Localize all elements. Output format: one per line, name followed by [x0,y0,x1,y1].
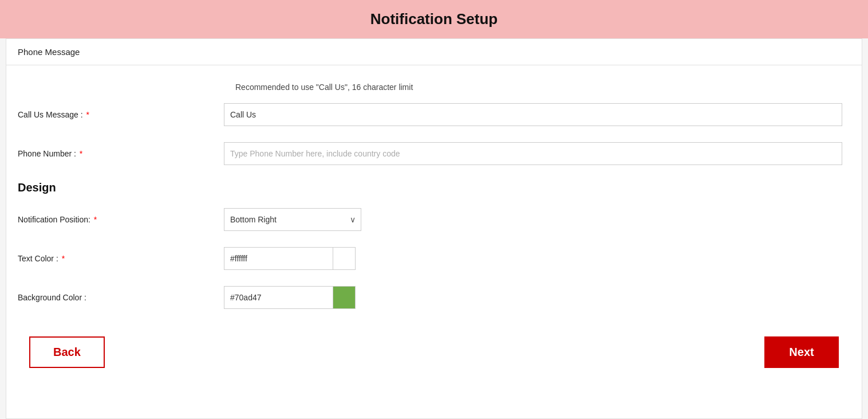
phone-required: * [80,149,82,158]
text-color-swatch[interactable] [333,247,356,270]
notification-position-select-wrapper: Bottom Right Bottom Left Top Right Top L… [224,208,361,231]
design-heading: Design [18,181,850,194]
text-color-input-group [224,247,356,270]
section-header-phone-message: Phone Message [6,39,862,65]
text-color-label: Text Color : * [18,254,224,263]
call-us-message-row: Call Us Message : * [18,103,850,126]
background-color-input-group [224,286,356,309]
phone-number-input[interactable] [224,142,842,165]
text-color-required: * [62,254,65,263]
notification-position-select[interactable]: Bottom Right Bottom Left Top Right Top L… [224,208,361,231]
footer-buttons: Back Next [18,325,850,385]
phone-number-row: Phone Number : * [18,142,850,165]
phone-number-label: Phone Number : * [18,149,224,158]
background-color-swatch[interactable] [333,286,356,309]
background-color-label: Background Color : [18,293,224,302]
position-required: * [94,215,97,224]
back-button[interactable]: Back [29,336,105,368]
text-color-input[interactable] [224,247,333,270]
notification-position-row: Notification Position: * Bottom Right Bo… [18,208,850,231]
call-us-message-input[interactable] [224,103,842,126]
text-color-row: Text Color : * [18,247,850,270]
form-body: Recommended to use "Call Us", 16 charact… [6,65,862,418]
recommendation-text: Recommended to use "Call Us", 16 charact… [235,83,850,92]
next-button[interactable]: Next [764,336,839,368]
background-color-input[interactable] [224,286,333,309]
background-color-row: Background Color : [18,286,850,309]
call-us-message-label: Call Us Message : * [18,110,224,119]
notification-position-label: Notification Position: * [18,215,224,224]
page-header: Notification Setup [0,0,868,38]
main-card: Phone Message Recommended to use "Call U… [6,38,862,419]
call-us-required: * [86,110,89,119]
